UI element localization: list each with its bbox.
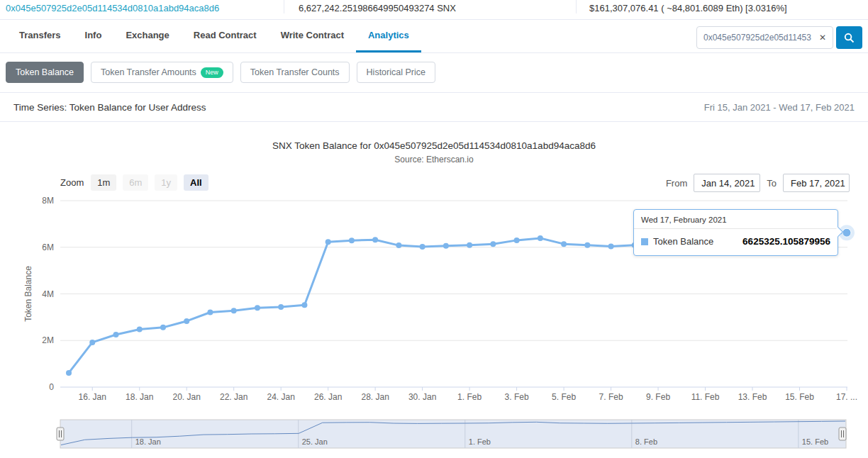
data-point <box>207 309 213 315</box>
navigator-handle-right[interactable] <box>839 428 846 440</box>
subtab-token-transfer-counts[interactable]: Token Transfer Counts <box>240 62 350 83</box>
tab-read-contract[interactable]: Read Contract <box>182 20 269 52</box>
navigator-label: 1. Feb <box>469 437 491 446</box>
navigator-label: 18. Jan <box>135 437 161 446</box>
x-tick-label: 15. Feb <box>785 392 814 402</box>
subtab-historical-price[interactable]: Historical Price <box>357 62 435 83</box>
data-point <box>538 235 543 241</box>
new-badge: New <box>201 67 223 78</box>
zoom-1y-button: 1y <box>155 174 177 191</box>
zoom-6m-button: 6m <box>123 174 148 191</box>
panel-header: Time Series: Token Balance for User Addr… <box>0 93 868 122</box>
data-point <box>396 242 401 248</box>
x-tick-label: 24. Jan <box>267 392 294 402</box>
search-box: ✕ <box>696 26 833 49</box>
series-swatch <box>641 238 648 245</box>
address-link[interactable]: 0x045e507925d2e05d114534d0810a1abd94aca8… <box>6 3 219 13</box>
data-point <box>89 340 95 345</box>
y-tick-label: 0 <box>49 382 54 392</box>
analytics-subtabs: Token Balance Token Transfer Amounts New… <box>6 62 435 83</box>
tooltip-row: Token Balance 6625325.105879956 <box>634 229 838 255</box>
subtab-label: Token Transfer Amounts <box>101 67 196 77</box>
tab-write-contract[interactable]: Write Contract <box>269 20 356 52</box>
navigator-label: 15. Feb <box>802 437 828 446</box>
from-date-input[interactable] <box>694 174 760 192</box>
navigator-track[interactable] <box>60 420 846 448</box>
x-tick-label: 22. Jan <box>220 392 247 402</box>
zoom-controls: Zoom 1m 6m 1y All <box>60 174 208 191</box>
navigator-handle-left[interactable] <box>57 428 64 440</box>
search-icon <box>844 33 855 43</box>
x-tick-label: 13. Feb <box>738 392 767 402</box>
to-label: To <box>767 178 777 189</box>
y-tick-label: 4M <box>42 289 54 299</box>
zoom-all-button[interactable]: All <box>184 174 208 191</box>
x-tick-label: 18. Jan <box>126 392 153 402</box>
token-amount: 6,627,242.251986649950493274 SNX <box>284 0 576 13</box>
search-input[interactable] <box>697 33 813 43</box>
data-point <box>301 302 307 308</box>
panel-title: Time Series: Token Balance for User Addr… <box>13 102 206 113</box>
to-date-input[interactable] <box>783 174 850 192</box>
data-point <box>443 243 449 249</box>
data-point <box>137 326 143 332</box>
tooltip-date: Wed 17, February 2021 <box>634 210 838 229</box>
data-point <box>326 239 331 245</box>
data-point <box>584 242 590 248</box>
x-tick-label: 1. Feb <box>457 392 482 402</box>
date-range-controls: From To <box>666 174 850 192</box>
x-tick-label: 28. Jan <box>361 392 389 402</box>
data-point <box>255 305 260 311</box>
x-tick-label: 5. Feb <box>552 392 576 402</box>
chart-subtitle: Source: Etherscan.io <box>0 155 868 164</box>
data-point <box>561 241 567 247</box>
hover-point <box>842 228 851 237</box>
zoom-label: Zoom <box>60 177 84 188</box>
tooltip-value: 6625325.105879956 <box>742 236 830 247</box>
x-tick-label: 7. Feb <box>599 392 623 402</box>
x-tick-label: 20. Jan <box>173 392 201 402</box>
y-tick-label: 6M <box>42 242 54 252</box>
data-point <box>608 243 614 249</box>
x-tick-label: 17. ... <box>836 392 857 402</box>
tab-analytics[interactable]: Analytics <box>356 20 421 52</box>
tooltip-series-name: Token Balance <box>653 236 713 247</box>
data-point <box>372 237 378 242</box>
x-tick-label: 16. Jan <box>79 392 106 402</box>
x-tick-label: 9. Feb <box>646 392 670 402</box>
from-label: From <box>666 178 687 189</box>
chart-title: SNX Token Balance for 0x045e507925d2e05d… <box>0 140 868 151</box>
tab-transfers[interactable]: Transfers <box>7 20 73 52</box>
search-group: ✕ <box>696 26 862 49</box>
data-point <box>467 242 472 248</box>
data-point <box>420 244 425 250</box>
x-tick-label: 3. Feb <box>505 392 529 402</box>
tab-exchange[interactable]: Exchange <box>113 20 181 52</box>
zoom-1m-button[interactable]: 1m <box>91 174 116 191</box>
x-tick-label: 26. Jan <box>314 392 342 402</box>
data-point <box>113 332 118 337</box>
chart-navigator[interactable]: 18. Jan25. Jan1. Feb8. Feb15. Feb <box>0 417 868 455</box>
usd-value: $161,307,076.41 ( ~84,801.6089 Eth) [3.0… <box>576 0 868 13</box>
tab-info[interactable]: Info <box>73 20 114 52</box>
data-point <box>231 308 237 313</box>
data-point <box>278 304 284 310</box>
x-tick-label: 11. Feb <box>691 392 720 402</box>
clear-search-icon[interactable]: ✕ <box>813 33 833 43</box>
navigator-label: 25. Jan <box>302 437 328 446</box>
y-axis-title: Token Balance <box>23 266 33 322</box>
subtab-token-transfer-amounts[interactable]: Token Transfer Amounts New <box>91 62 233 83</box>
y-tick-label: 8M <box>42 196 54 206</box>
data-point <box>349 238 355 243</box>
topbar-address-cell: 0x045e507925d2e05d114534d0810a1abd94aca8… <box>0 0 284 13</box>
y-tick-label: 2M <box>42 335 54 345</box>
search-button[interactable] <box>836 26 862 49</box>
x-tick-label: 30. Jan <box>408 392 436 402</box>
navigator-label: 8. Feb <box>635 437 657 446</box>
data-point <box>184 318 189 324</box>
data-point <box>514 238 520 243</box>
panel-date-range: Fri 15, Jan 2021 - Wed 17, Feb 2021 <box>704 102 855 113</box>
chart-tooltip: Wed 17, February 2021 Token Balance 6625… <box>633 209 838 256</box>
subtab-token-balance[interactable]: Token Balance <box>6 62 84 83</box>
etherscan-analytics-page: 0x045e507925d2e05d114534d0810a1abd94aca8… <box>0 0 868 458</box>
